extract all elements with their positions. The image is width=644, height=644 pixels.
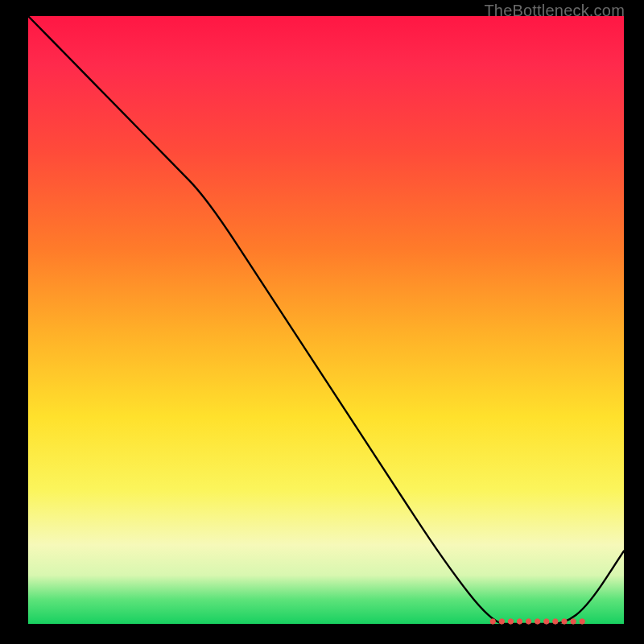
chart-frame: TheBottleneck.com: [0, 0, 644, 644]
valley-marker: [490, 619, 495, 624]
valley-marker: [562, 619, 567, 624]
valley-marker: [553, 619, 558, 624]
valley-marker: [571, 619, 576, 624]
chart-svg: [28, 16, 624, 624]
valley-marker: [499, 619, 504, 624]
valley-marker: [517, 619, 522, 624]
valley-marker: [535, 619, 540, 624]
valley-marker: [544, 619, 549, 624]
valley-marker: [508, 619, 513, 624]
valley-marker: [580, 619, 584, 624]
data-line: [28, 16, 624, 624]
plot-area: [28, 16, 624, 624]
valley-marker: [526, 619, 530, 624]
